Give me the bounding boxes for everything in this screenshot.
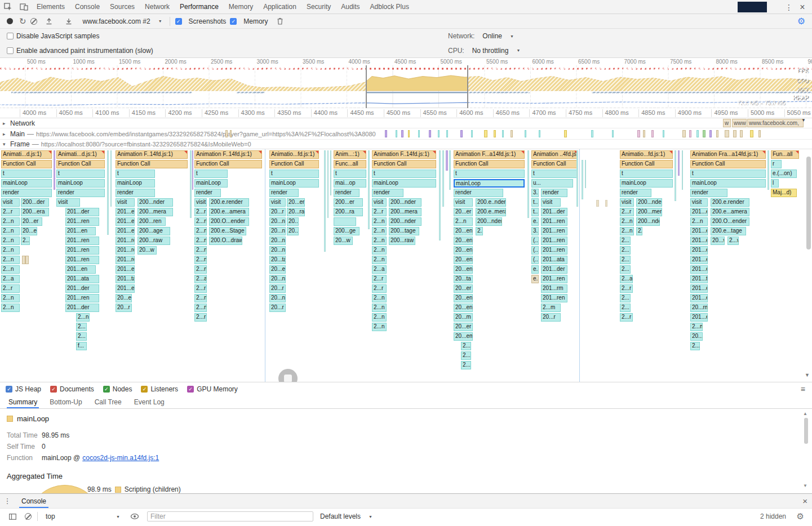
flame-cell[interactable]: visit: [454, 198, 473, 207]
main-event-bar[interactable]: [401, 130, 403, 137]
network-track[interactable]: ▸ Network wwwwwww.facebook.com,: [0, 118, 812, 128]
screenshots-checkbox[interactable]: ✓: [175, 18, 182, 25]
flame-cell[interactable]: 200...er: [334, 198, 363, 207]
flame-cell[interactable]: 2...: [461, 342, 471, 350]
flame-cell[interactable]: (...): [531, 256, 539, 264]
flame-cell[interactable]: 2...n: [1, 265, 20, 274]
log-level-select[interactable]: Default levels ▼: [318, 512, 375, 520]
summary-scrollbar-thumb[interactable]: [804, 418, 808, 444]
flame-cell[interactable]: 2...r: [194, 313, 207, 322]
console-filter-input[interactable]: [147, 511, 313, 521]
context-select[interactable]: top ▼: [43, 512, 122, 520]
flame-cell[interactable]: 2...: [620, 256, 631, 264]
selection-handle-right[interactable]: [467, 65, 468, 108]
flame-header-cell[interactable]: Animation ..4fd.js:1): [531, 150, 578, 159]
flame-cell[interactable]: 20...e: [287, 227, 299, 235]
flame-cell[interactable]: 200...nder: [476, 217, 502, 226]
flame-cell[interactable]: 2...n: [372, 256, 387, 264]
flame-cell[interactable]: 2...n: [1, 237, 20, 245]
flame-cell[interactable]: 2...m: [541, 304, 561, 312]
flame-cell[interactable]: visit: [541, 198, 561, 207]
trash-icon[interactable]: [272, 15, 288, 28]
flame-cell[interactable]: 2...a: [194, 275, 207, 283]
flame-header-cell[interactable]: Animation F...a14fd.js:1): [454, 150, 525, 159]
flame-cell[interactable]: 200...ren: [137, 217, 166, 226]
main-event-bar[interactable]: [682, 130, 686, 137]
flame-cell[interactable]: t...: [531, 198, 539, 207]
main-event-bar[interactable]: [612, 130, 614, 137]
main-event-bar[interactable]: [725, 130, 729, 137]
flame-cell[interactable]: 201...ren: [541, 275, 567, 283]
main-event-bar[interactable]: [511, 130, 513, 137]
flame-cell[interactable]: 2...r: [372, 284, 387, 293]
flame-cell[interactable]: t: [194, 170, 228, 178]
flame-cell[interactable]: 2...: [21, 237, 30, 245]
flame-cell[interactable]: mainLoop: [194, 179, 228, 188]
main-event-bar[interactable]: [230, 130, 232, 137]
flame-scrollbar-thumb[interactable]: [806, 157, 811, 249]
flame-cell[interactable]: t...: [531, 208, 539, 216]
legend-checkbox-listeners[interactable]: ✓: [141, 386, 148, 393]
flame-cell[interactable]: 20...r: [690, 332, 703, 341]
flame-cell[interactable]: 201...ren: [65, 217, 99, 226]
flame-cell[interactable]: visit: [372, 198, 387, 207]
flame-cell[interactable]: 20...en: [454, 246, 473, 255]
flame-scroll-down-icon[interactable]: ▼: [805, 372, 810, 378]
flame-cell[interactable]: 20...n: [269, 227, 286, 235]
more-options-icon[interactable]: ⋮: [783, 3, 795, 12]
flame-cell[interactable]: 2...: [620, 304, 631, 312]
flame-cell[interactable]: 200...mera: [636, 208, 662, 216]
flame-cell[interactable]: 201...en: [116, 217, 135, 226]
flame-cell[interactable]: 200...nder: [389, 217, 421, 226]
flame-sliver[interactable]: [110, 150, 112, 207]
flame-cell[interactable]: 200...tage: [389, 227, 419, 235]
main-event-bar[interactable]: [689, 130, 691, 137]
flame-cell[interactable]: 201...en: [116, 265, 135, 274]
main-event-bar[interactable]: [750, 130, 753, 137]
flame-cell[interactable]: t: [620, 170, 673, 178]
flame-cell[interactable]: 20...en: [454, 294, 473, 302]
flame-cell[interactable]: 2...: [620, 237, 631, 245]
main-event-bar[interactable]: [696, 130, 699, 137]
flame-cell[interactable]: mainLoop: [269, 179, 319, 188]
flame-sliver[interactable]: [330, 150, 331, 195]
flame-cell[interactable]: 200.O...ender: [711, 217, 749, 226]
flame-cell[interactable]: mainLoop: [372, 179, 436, 188]
flame-cell[interactable]: render: [194, 189, 221, 197]
flame-cell[interactable]: 200...ra: [334, 208, 363, 216]
flame-cell[interactable]: 2...n: [372, 304, 387, 312]
legend-checkbox-gpu-memory[interactable]: ✓: [187, 386, 194, 393]
capture-settings-gear-icon[interactable]: ⚙: [797, 16, 805, 26]
flame-cell[interactable]: Function Call: [116, 160, 188, 168]
flame-cell[interactable]: 2...a: [372, 265, 387, 274]
flame-cell[interactable]: 20...en: [454, 256, 473, 264]
flame-sliver[interactable]: [54, 150, 55, 190]
flame-cell[interactable]: 2...: [620, 246, 631, 255]
main-event-bar[interactable]: [709, 130, 712, 137]
flame-sliver[interactable]: [527, 150, 529, 218]
main-event-bar[interactable]: [438, 130, 440, 137]
flame-cell[interactable]: 2...n: [1, 217, 20, 226]
flame-cell[interactable]: 2...n: [194, 256, 207, 264]
flame-cell[interactable]: mainLoop: [56, 179, 105, 188]
main-event-bar[interactable]: [502, 130, 504, 137]
flame-sliver[interactable]: [767, 150, 769, 190]
flame-cell[interactable]: 201...er: [690, 208, 708, 216]
flame-cell[interactable]: visit: [116, 198, 135, 207]
flame-cell[interactable]: 201...er: [116, 284, 135, 293]
flame-cell[interactable]: Function Call: [194, 160, 262, 168]
tab-performance[interactable]: Performance: [175, 0, 224, 14]
flame-cell[interactable]: t: [334, 170, 366, 178]
flame-cell[interactable]: 2...: [476, 227, 483, 235]
flame-cell[interactable]: 20...er: [21, 217, 42, 226]
flame-cell[interactable]: u...: [531, 179, 573, 188]
flame-cell[interactable]: 200.e...amera: [209, 208, 249, 216]
flame-cell[interactable]: 2...w: [727, 237, 739, 245]
tab-console[interactable]: Console: [70, 0, 105, 14]
flame-cell[interactable]: 20...r: [541, 313, 561, 322]
flame-cell[interactable]: visit: [269, 198, 286, 207]
flame-cell[interactable]: render: [454, 189, 503, 197]
main-event-bar[interactable]: [396, 130, 397, 137]
flame-cell[interactable]: 201...ren: [541, 237, 567, 245]
flame-sliver[interactable]: [442, 150, 444, 207]
